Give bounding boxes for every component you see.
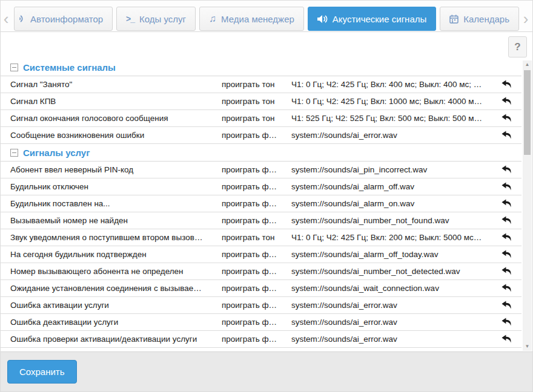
signal-mode: проиграть ф… — [222, 131, 291, 140]
tab-календарь[interactable]: Календарь — [440, 7, 519, 31]
signal-value: system://sounds/ai_alarm_off_today.wav — [291, 250, 492, 259]
scroll-down-icon[interactable]: ▼ — [523, 342, 532, 351]
music-note-icon: ♫ — [209, 13, 216, 24]
table-row[interactable]: Сигнал окончания голосового сообщенияпро… — [1, 110, 521, 127]
signal-mode: проиграть ф… — [222, 267, 291, 276]
signal-value: Ч1: 0 Гц; Ч2: 425 Гц; Вкл: 1000 мс; Выкл… — [291, 97, 492, 106]
undo-cell — [492, 131, 521, 140]
table-row[interactable]: Будильник поставлен на...проиграть ф…sys… — [1, 195, 521, 212]
tab-scroll-right-icon[interactable]: › — [520, 8, 531, 30]
signal-value: system://sounds/ai_error.wav — [291, 131, 492, 140]
undo-icon[interactable] — [502, 131, 512, 140]
signal-name: Сигнал окончания голосового сообщения — [1, 114, 222, 123]
undo-icon[interactable] — [502, 97, 512, 106]
tab-bar: ‹ Автоинформатор>_Коды услуг♫Медиа менед… — [1, 1, 532, 32]
table-row[interactable]: На сегодня будильник подтвержденпроиграт… — [1, 246, 521, 263]
signal-value: Ч1: 0 Гц; Ч2: 425 Гц; Вкл: 400 мс; Выкл:… — [291, 80, 492, 89]
undo-icon[interactable] — [502, 233, 512, 242]
tab-bar-items: Автоинформатор>_Коды услуг♫Медиа менедже… — [14, 7, 519, 31]
table-row[interactable]: Номер вызывающего абонента не определенп… — [1, 263, 521, 280]
signals-table: Системные сигналыСигнал "Занято"проиграт… — [1, 59, 521, 348]
undo-cell — [492, 250, 521, 259]
signal-mode: проиграть ф… — [222, 165, 291, 174]
signal-mode: проиграть ф… — [222, 284, 291, 293]
signal-mode: проиграть тон — [222, 97, 291, 106]
signal-value: Ч1: 525 Гц; Ч2: 525 Гц; Вкл: 500 мс; Вык… — [291, 114, 492, 123]
undo-icon[interactable] — [502, 250, 512, 259]
tab-автоинформатор[interactable]: Автоинформатор — [14, 7, 113, 31]
save-button[interactable]: Сохранить — [7, 360, 77, 384]
tab-медиа-менеджер[interactable]: ♫Медиа менеджер — [199, 7, 304, 31]
signal-mode: проиграть ф… — [222, 335, 291, 344]
signal-value: system://sounds/ai_number_not_found.wav — [291, 216, 492, 225]
signal-name: Будильник отключен — [1, 182, 222, 191]
signal-mode: проиграть ф… — [222, 318, 291, 327]
undo-icon[interactable] — [502, 199, 512, 208]
footer-toolbar: Сохранить — [1, 351, 532, 391]
section-title: Сигналы услуг — [23, 148, 90, 158]
undo-cell — [492, 267, 521, 276]
calendar-icon — [449, 15, 459, 24]
signal-name: Сообщение возникновения ошибки — [1, 131, 222, 140]
undo-icon[interactable] — [502, 335, 512, 344]
undo-cell — [492, 216, 521, 225]
undo-cell — [492, 335, 521, 344]
undo-icon[interactable] — [502, 80, 512, 89]
undo-icon[interactable] — [502, 114, 512, 123]
undo-cell — [492, 114, 521, 123]
undo-icon[interactable] — [502, 182, 512, 191]
signal-value: system://sounds/ai_error.wav — [291, 318, 492, 327]
tab-scroll-left-icon[interactable]: ‹ — [1, 8, 12, 30]
scrollbar-thumb[interactable] — [524, 70, 531, 155]
signal-name: Будильник поставлен на... — [1, 199, 222, 208]
table-row[interactable]: Вызываемый номер не найденпроиграть ф…sy… — [1, 212, 521, 229]
undo-cell — [492, 80, 521, 89]
scroll-up-icon[interactable]: ▲ — [523, 60, 532, 69]
section-header[interactable]: Сигналы услуг — [1, 144, 521, 162]
undo-icon[interactable] — [502, 267, 512, 276]
undo-cell — [492, 284, 521, 293]
undo-icon[interactable] — [502, 216, 512, 225]
undo-cell — [492, 182, 521, 191]
signal-value: system://sounds/ai_number_not_detected.w… — [291, 267, 492, 276]
vertical-scrollbar[interactable]: ▲ ▼ — [523, 60, 532, 351]
undo-icon[interactable] — [502, 284, 512, 293]
collapse-icon[interactable] — [10, 64, 18, 71]
signal-mode: проиграть ф… — [222, 250, 291, 259]
tab-акустические-сигналы[interactable]: Акустические сигналы — [308, 7, 436, 31]
signal-name: Сигнал КПВ — [1, 97, 222, 106]
collapse-icon[interactable] — [10, 149, 18, 157]
help-button[interactable]: ? — [508, 36, 527, 57]
undo-cell — [492, 318, 521, 327]
signal-name: Номер вызывающего абонента не определен — [1, 267, 222, 276]
table-row[interactable]: Сигнал "Занято"проиграть тонЧ1: 0 Гц; Ч2… — [1, 76, 521, 93]
tab-label: Автоинформатор — [30, 14, 103, 24]
table-row[interactable]: Ошибка проверки активации/деактивации ус… — [1, 331, 521, 348]
table-row[interactable]: Ошибка деактивации услугипроиграть ф…sys… — [1, 314, 521, 331]
signal-value: system://sounds/ai_alarm_on.wav — [291, 199, 492, 208]
signal-value: system://sounds/ai_error.wav — [291, 301, 492, 310]
table-row[interactable]: Звук уведомления о поступившем втором вы… — [1, 229, 521, 246]
sound-wave-icon — [19, 14, 25, 24]
section-header[interactable]: Системные сигналы — [1, 59, 521, 76]
table-row[interactable]: Ошибка активации услугипроиграть ф…syste… — [1, 297, 521, 314]
table-row[interactable]: Сигнал КПВпроиграть тонЧ1: 0 Гц; Ч2: 425… — [1, 93, 521, 110]
table-row[interactable]: Ожидание установления соединения с вызыв… — [1, 280, 521, 297]
tab-label: Медиа менеджер — [221, 14, 294, 24]
signal-mode: проиграть ф… — [222, 199, 291, 208]
tab-коды-услуг[interactable]: >_Коды услуг — [116, 7, 196, 31]
section-title: Системные сигналы — [23, 62, 116, 73]
table-row[interactable]: Будильник отключенпроиграть ф…system://s… — [1, 178, 521, 195]
tab-label: Акустические сигналы — [333, 14, 426, 24]
speaker-icon — [317, 15, 328, 24]
signal-value: system://sounds/ai_error.wav — [291, 335, 492, 344]
acoustic-signals-page: ‹ Автоинформатор>_Коды услуг♫Медиа менед… — [0, 0, 533, 392]
signal-name: На сегодня будильник подтвержден — [1, 250, 222, 259]
signal-name: Ошибка деактивации услуги — [1, 318, 222, 327]
undo-icon[interactable] — [502, 301, 512, 310]
undo-icon[interactable] — [502, 318, 512, 327]
table-row[interactable]: Абонент ввел неверный PIN-кодпроиграть ф… — [1, 162, 521, 178]
undo-cell — [492, 165, 521, 174]
table-row[interactable]: Сообщение возникновения ошибкипроиграть … — [1, 127, 521, 144]
undo-icon[interactable] — [502, 165, 512, 174]
